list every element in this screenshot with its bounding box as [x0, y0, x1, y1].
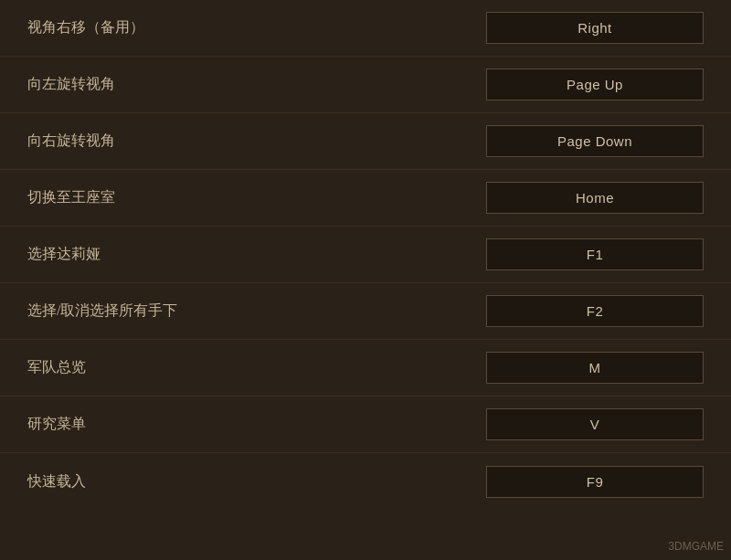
key-button-rotate-right[interactable]: Page Down — [486, 125, 704, 157]
action-label-army-overview: 军队总览 — [27, 358, 486, 377]
key-button-rotate-left[interactable]: Page Up — [486, 69, 704, 100]
keybind-row-move-right-alt: 视角右移（备用）Right — [0, 0, 731, 57]
action-label-switch-throne: 切换至王座室 — [27, 188, 486, 207]
keybind-row-select-daliya: 选择达莉娅F1 — [0, 227, 731, 283]
action-label-select-daliya: 选择达莉娅 — [27, 245, 486, 264]
keybind-row-rotate-right: 向右旋转视角Page Down — [0, 113, 731, 170]
key-button-quick-load[interactable]: F9 — [486, 466, 704, 498]
keybind-row-quick-load: 快速载入F9 — [0, 453, 731, 510]
action-label-rotate-right: 向右旋转视角 — [27, 132, 486, 151]
watermark: 3DMGAME — [668, 540, 724, 553]
action-label-rotate-left: 向左旋转视角 — [27, 75, 486, 94]
key-button-select-daliya[interactable]: F1 — [486, 238, 704, 270]
action-label-move-right-alt: 视角右移（备用） — [27, 18, 486, 37]
key-button-move-right-alt[interactable]: Right — [486, 12, 704, 44]
keybind-row-research-menu: 研究菜单V — [0, 396, 731, 453]
key-button-research-menu[interactable]: V — [486, 408, 704, 440]
keybind-settings-container: 视角右移（备用）Right向左旋转视角Page Up向右旋转视角Page Dow… — [0, 0, 731, 560]
keybind-row-select-all: 选择/取消选择所有手下F2 — [0, 283, 731, 340]
action-label-research-menu: 研究菜单 — [27, 415, 486, 434]
key-button-switch-throne[interactable]: Home — [486, 182, 704, 214]
keybind-row-rotate-left: 向左旋转视角Page Up — [0, 57, 731, 113]
keybind-row-army-overview: 军队总览M — [0, 340, 731, 396]
key-button-select-all[interactable]: F2 — [486, 295, 704, 327]
keybind-row-switch-throne: 切换至王座室Home — [0, 170, 731, 227]
action-label-quick-load: 快速载入 — [27, 472, 486, 491]
action-label-select-all: 选择/取消选择所有手下 — [27, 301, 486, 321]
key-button-army-overview[interactable]: M — [486, 352, 704, 384]
